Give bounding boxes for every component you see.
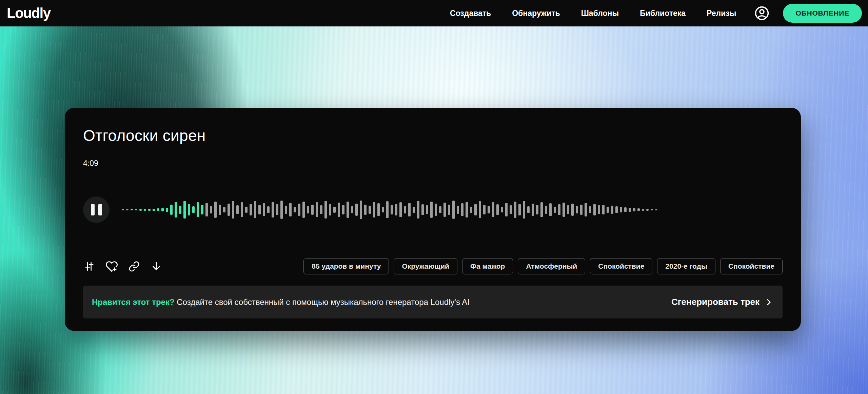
waveform-bar[interactable] — [554, 207, 556, 213]
waveform-bar[interactable] — [201, 205, 203, 214]
waveform-bar[interactable] — [448, 205, 450, 215]
waveform-bar[interactable] — [205, 203, 208, 216]
mixer-button[interactable] — [83, 260, 95, 272]
nav-link-releases[interactable]: Релизы — [707, 9, 736, 18]
waveform-bar[interactable] — [457, 206, 459, 214]
nav-link-library[interactable]: Библиотека — [640, 9, 686, 18]
waveform-bar[interactable] — [369, 206, 371, 214]
waveform-bar[interactable] — [135, 209, 137, 210]
waveform-bar[interactable] — [426, 205, 428, 214]
waveform-bar[interactable] — [280, 201, 283, 219]
waveform-bar[interactable] — [391, 205, 393, 214]
waveform-bar[interactable] — [148, 209, 151, 211]
track-tag-chip[interactable]: Фа мажор — [462, 258, 513, 274]
waveform-bar[interactable] — [435, 204, 437, 216]
waveform-bar[interactable] — [395, 204, 397, 215]
waveform-bar[interactable] — [183, 201, 186, 219]
waveform-bar[interactable] — [258, 205, 261, 214]
waveform-bar[interactable] — [157, 208, 159, 211]
waveform-bar[interactable] — [615, 206, 618, 213]
waveform-bar[interactable] — [324, 201, 327, 219]
track-tag-chip[interactable]: 2020-е годы — [657, 258, 715, 274]
upgrade-button[interactable]: ОБНОВЛЕНИЕ — [783, 4, 862, 23]
waveform-bar[interactable] — [470, 207, 472, 213]
waveform-bar[interactable] — [598, 205, 600, 214]
waveform-bar[interactable] — [637, 208, 640, 211]
waveform-bar[interactable] — [175, 202, 177, 217]
waveform-bar[interactable] — [532, 204, 534, 216]
waveform-bar[interactable] — [602, 205, 605, 214]
waveform-bar[interactable] — [294, 207, 296, 212]
waveform-bar[interactable] — [593, 204, 596, 215]
waveform-bar[interactable] — [620, 207, 622, 212]
waveform-bar[interactable] — [263, 203, 265, 216]
track-tag-chip[interactable]: 85 ударов в минуту — [303, 258, 389, 274]
waveform-bar[interactable] — [563, 203, 565, 217]
waveform-bar[interactable] — [558, 204, 560, 215]
waveform-bar[interactable] — [276, 204, 278, 215]
account-button[interactable] — [753, 4, 771, 22]
waveform-bar[interactable] — [241, 202, 243, 217]
waveform-bar[interactable] — [404, 206, 406, 213]
waveform-bar[interactable] — [170, 205, 173, 215]
loudly-logo[interactable]: Loudly — [7, 6, 51, 20]
waveform-bar[interactable] — [607, 207, 609, 213]
waveform-bar[interactable] — [483, 205, 486, 214]
waveform-bar[interactable] — [501, 207, 503, 212]
waveform-bar[interactable] — [452, 201, 455, 219]
download-button[interactable] — [150, 260, 162, 272]
waveform-bar[interactable] — [633, 208, 635, 211]
favorite-button[interactable] — [105, 260, 118, 272]
waveform-bar[interactable] — [518, 204, 521, 215]
waveform-bar[interactable] — [161, 208, 164, 211]
waveform-bar[interactable] — [545, 206, 547, 214]
waveform-bar[interactable] — [439, 206, 441, 213]
waveform-bar[interactable] — [514, 202, 516, 218]
waveform-bar[interactable] — [126, 209, 129, 210]
waveform-bar[interactable] — [210, 206, 212, 213]
waveform-bar[interactable] — [188, 204, 190, 215]
waveform-bar[interactable] — [580, 205, 583, 215]
waveform-bar[interactable] — [540, 202, 543, 217]
waveform-bar[interactable] — [250, 204, 252, 215]
waveform-bar[interactable] — [399, 202, 402, 217]
waveform-bar[interactable] — [329, 204, 331, 215]
track-tag-chip[interactable]: Окружающий — [394, 258, 457, 274]
waveform-bar[interactable] — [585, 203, 587, 216]
waveform-bar[interactable] — [254, 201, 256, 218]
waveform-bar[interactable] — [523, 201, 525, 219]
waveform-bar[interactable] — [421, 204, 424, 215]
nav-link-create[interactable]: Создавать — [450, 9, 491, 18]
nav-link-templates[interactable]: Шаблоны — [581, 9, 619, 18]
waveform-bar[interactable] — [307, 206, 309, 213]
waveform-bar[interactable] — [302, 202, 305, 218]
waveform-bar[interactable] — [219, 205, 221, 215]
waveform-bar[interactable] — [642, 209, 644, 211]
waveform-bar[interactable] — [651, 209, 653, 210]
waveform-bar[interactable] — [655, 209, 657, 210]
track-tag-chip[interactable]: Спокойствие — [590, 258, 652, 274]
copy-link-button[interactable] — [128, 260, 140, 272]
waveform-bar[interactable] — [223, 207, 225, 212]
track-tag-chip[interactable]: Атмосферный — [518, 258, 585, 274]
waveform-bar[interactable] — [386, 201, 389, 218]
waveform-bar[interactable] — [214, 202, 217, 218]
waveform-bar[interactable] — [527, 206, 530, 213]
waveform-bar[interactable] — [461, 203, 463, 216]
waveform-bar[interactable] — [228, 204, 230, 216]
waveform-bar[interactable] — [536, 205, 538, 214]
waveform-bar[interactable] — [347, 202, 349, 218]
waveform-bar[interactable] — [382, 207, 384, 212]
waveform-bar[interactable] — [377, 203, 380, 216]
waveform-bar[interactable] — [413, 207, 415, 213]
waveform-bar[interactable] — [316, 202, 318, 217]
waveform-bar[interactable] — [166, 208, 168, 212]
waveform-bar[interactable] — [417, 201, 419, 219]
waveform-bar[interactable] — [479, 201, 481, 218]
generate-track-button[interactable]: Сгенерировать трек — [671, 297, 773, 307]
waveform-bar[interactable] — [488, 206, 490, 213]
waveform-bar[interactable] — [466, 202, 468, 217]
waveform-bar[interactable] — [510, 205, 512, 214]
waveform-bar[interactable] — [320, 205, 322, 214]
pause-button[interactable] — [83, 196, 110, 223]
